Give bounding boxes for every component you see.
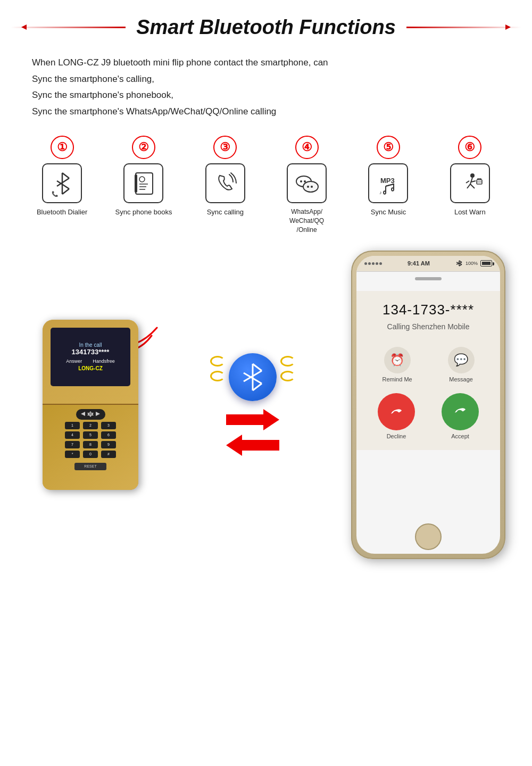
desc-line3: Sync the smartphone's phonebook, — [32, 87, 500, 104]
keypad-row-2: 4 5 6 — [65, 431, 116, 439]
battery-icon — [480, 260, 492, 267]
key-hash[interactable]: # — [101, 451, 116, 458]
decline-label: Decline — [387, 433, 406, 439]
feature-item-3: ③ Sync calling — [188, 136, 262, 217]
flip-phone-top: In the call 1341733**** Answer Handsfree… — [43, 320, 138, 405]
key-2[interactable]: 2 — [83, 422, 98, 429]
call-number: 1341733**** — [72, 348, 110, 356]
arrow-left — [226, 435, 279, 456]
feature-label-6: Lost Warn — [454, 207, 486, 217]
feature-number-3: ③ — [213, 136, 237, 159]
svg-point-14 — [300, 180, 302, 182]
music-svg: MP3 ♪ — [375, 170, 402, 197]
bluetooth-circle — [229, 353, 277, 401]
remind-me-label: Remind Me — [382, 376, 412, 382]
key-5[interactable]: 5 — [83, 431, 98, 439]
brand-text: LONG-CZ — [78, 365, 103, 371]
feature-item-1: ① 📞 Bluetooth Dialier — [25, 136, 99, 217]
svg-text:MP3: MP3 — [380, 177, 395, 185]
flip-phone-container: In the call 1341733**** Answer Handsfree… — [16, 320, 165, 490]
decline-wrapper: Decline — [378, 393, 415, 439]
header-section: Smart Bluetooth Functions — [11, 11, 521, 44]
answer-text: Answer — [66, 359, 82, 364]
key-7[interactable]: 7 — [65, 441, 80, 448]
reset-button[interactable]: RESET — [74, 463, 106, 470]
feature-number-5: ⑤ — [377, 136, 400, 159]
svg-line-22 — [470, 178, 472, 184]
signal-dot-4 — [376, 262, 378, 265]
phonebook-svg — [130, 170, 157, 197]
features-section: ① 📞 Bluetooth Dialier ② — [21, 136, 511, 234]
key-1[interactable]: 1 — [65, 422, 80, 429]
accept-button[interactable] — [442, 393, 479, 430]
message-label: Message — [449, 376, 473, 382]
svg-marker-33 — [96, 412, 100, 416]
key-9[interactable]: 9 — [101, 441, 116, 448]
svg-rect-7 — [135, 174, 137, 193]
bluetooth-phone-svg: 📞 — [49, 170, 76, 197]
key-3[interactable]: 3 — [101, 422, 116, 429]
phone-speaker — [415, 277, 442, 280]
keypad-nav — [76, 409, 105, 420]
wechat-svg — [293, 170, 321, 197]
svg-line-26 — [471, 181, 476, 182]
bluetooth-symbol-svg — [239, 361, 266, 393]
svg-line-38 — [253, 384, 262, 390]
flip-phone-bottom: 1 2 3 4 5 6 7 8 9 * — [43, 405, 138, 490]
arrow-right — [226, 409, 279, 430]
signal-dots — [364, 262, 382, 265]
phone-call-label: Calling Shenzhen Mobile — [387, 322, 470, 331]
svg-text:♪: ♪ — [379, 190, 382, 195]
bt-wave-right-1 — [280, 356, 295, 367]
keypad-row-4: * 0 # — [65, 451, 116, 458]
description-section: When LONG-CZ J9 bluetooth mini flip phon… — [32, 55, 500, 120]
bt-wave-left-2 — [210, 371, 225, 381]
key-4[interactable]: 4 — [65, 431, 80, 439]
decline-button[interactable] — [378, 393, 415, 430]
remind-me-action[interactable]: ⏰ Remind Me — [382, 347, 412, 382]
svg-rect-6 — [136, 173, 153, 194]
bt-waves-right — [280, 356, 295, 381]
sync-calling-icon — [205, 163, 245, 203]
nav-svg — [80, 410, 101, 418]
signal-dot-2 — [368, 262, 371, 265]
key-6[interactable]: 6 — [101, 431, 116, 439]
sync-music-icon: MP3 ♪ — [368, 163, 408, 203]
svg-point-16 — [307, 186, 309, 188]
bluetooth-status-icon — [455, 260, 463, 267]
svg-line-3 — [62, 189, 69, 194]
desc-line2: Sync the smartphone's calling, — [32, 71, 500, 88]
key-8[interactable]: 8 — [83, 441, 98, 448]
bt-wave-right-2 — [280, 371, 295, 381]
svg-marker-32 — [81, 412, 85, 416]
accept-icon — [452, 403, 469, 420]
key-0[interactable]: 0 — [83, 451, 98, 458]
phone-status-bar: 9:41 AM 100% — [356, 256, 500, 272]
sync-call-svg — [212, 170, 238, 197]
phone-time: 9:41 AM — [408, 260, 430, 267]
header-line-left — [11, 27, 126, 28]
svg-point-34 — [89, 412, 92, 415]
feature-number-2: ② — [132, 136, 155, 159]
feature-number-1: ① — [51, 136, 74, 159]
svg-point-21 — [470, 173, 475, 178]
lost-warn-svg — [456, 170, 483, 197]
flip-phone-screen: In the call 1341733**** Answer Handsfree… — [51, 328, 130, 386]
handsfree-text: Handsfree — [93, 359, 115, 364]
feature-label-3: Sync calling — [207, 207, 244, 217]
smartphone: 9:41 AM 100% — [351, 251, 505, 559]
feature-item-4: ④ WhatsApp/WeChat/QQ/Online — [270, 136, 344, 234]
key-star[interactable]: * — [65, 451, 80, 458]
signal-dot-1 — [364, 262, 367, 265]
message-action[interactable]: 💬 Message — [448, 347, 475, 382]
call-text: In the call — [79, 342, 102, 348]
feature-label-2: Sync phone books — [115, 207, 172, 217]
signal-dot-5 — [379, 262, 382, 265]
arrows-container — [226, 409, 279, 456]
feature-number-4: ④ — [295, 136, 319, 159]
wechat-icon — [287, 163, 327, 203]
phone-home-button[interactable] — [415, 523, 442, 550]
call-actions: Answer Handsfree — [66, 359, 115, 364]
bt-waves-left — [210, 356, 225, 381]
keypad-row-3: 7 8 9 — [65, 441, 116, 448]
